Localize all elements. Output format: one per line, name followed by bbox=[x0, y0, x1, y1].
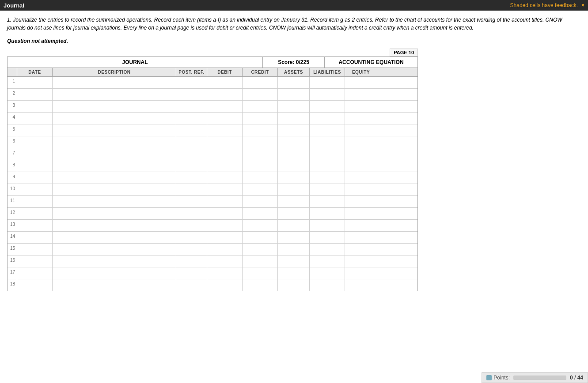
cell-date-2[interactable] bbox=[17, 89, 53, 100]
input-desc-8[interactable] bbox=[54, 161, 175, 171]
input-debit-17[interactable] bbox=[209, 268, 241, 278]
cell-debit-8[interactable] bbox=[207, 160, 243, 172]
cell-desc-3[interactable] bbox=[53, 101, 176, 112]
input-date-6[interactable] bbox=[19, 137, 51, 147]
input-debit-6[interactable] bbox=[209, 137, 241, 147]
input-postref-14[interactable] bbox=[178, 233, 205, 242]
input-postref-10[interactable] bbox=[178, 185, 205, 195]
cell-desc-17[interactable] bbox=[53, 267, 176, 279]
cell-desc-4[interactable] bbox=[53, 113, 176, 124]
input-debit-9[interactable] bbox=[209, 173, 241, 183]
input-credit-4[interactable] bbox=[244, 113, 276, 123]
cell-debit-3[interactable] bbox=[207, 101, 243, 112]
input-debit-8[interactable] bbox=[209, 161, 241, 171]
cell-debit-4[interactable] bbox=[207, 113, 243, 124]
cell-date-12[interactable] bbox=[17, 208, 53, 219]
cell-postref-6[interactable] bbox=[176, 136, 207, 148]
input-desc-6[interactable] bbox=[54, 137, 175, 147]
input-postref-18[interactable] bbox=[178, 280, 205, 290]
cell-date-13[interactable] bbox=[17, 220, 53, 231]
cell-postref-1[interactable] bbox=[176, 77, 207, 88]
input-desc-17[interactable] bbox=[54, 268, 175, 278]
input-credit-7[interactable] bbox=[244, 149, 276, 159]
input-credit-13[interactable] bbox=[244, 221, 276, 230]
input-date-7[interactable] bbox=[19, 149, 51, 159]
cell-date-7[interactable] bbox=[17, 148, 53, 160]
input-credit-12[interactable] bbox=[244, 209, 276, 218]
cell-credit-2[interactable] bbox=[243, 89, 278, 100]
input-postref-11[interactable] bbox=[178, 197, 205, 207]
cell-debit-1[interactable] bbox=[207, 77, 243, 88]
input-credit-5[interactable] bbox=[244, 125, 276, 135]
input-credit-9[interactable] bbox=[244, 173, 276, 183]
cell-debit-15[interactable] bbox=[207, 244, 243, 255]
cell-date-4[interactable] bbox=[17, 113, 53, 124]
input-date-5[interactable] bbox=[19, 125, 51, 135]
cell-date-17[interactable] bbox=[17, 267, 53, 279]
input-debit-14[interactable] bbox=[209, 233, 241, 242]
cell-credit-9[interactable] bbox=[243, 172, 278, 184]
input-desc-16[interactable] bbox=[54, 256, 175, 266]
input-credit-11[interactable] bbox=[244, 197, 276, 207]
cell-date-11[interactable] bbox=[17, 196, 53, 207]
input-credit-14[interactable] bbox=[244, 233, 276, 242]
input-desc-7[interactable] bbox=[54, 149, 175, 159]
input-credit-6[interactable] bbox=[244, 137, 276, 147]
cell-date-8[interactable] bbox=[17, 160, 53, 172]
input-date-12[interactable] bbox=[19, 209, 51, 218]
cell-credit-17[interactable] bbox=[243, 267, 278, 279]
input-date-15[interactable] bbox=[19, 244, 51, 254]
cell-debit-16[interactable] bbox=[207, 255, 243, 267]
cell-desc-12[interactable] bbox=[53, 208, 176, 219]
close-button[interactable]: × bbox=[581, 2, 584, 8]
input-desc-12[interactable] bbox=[54, 209, 175, 218]
input-date-3[interactable] bbox=[19, 101, 51, 111]
input-debit-15[interactable] bbox=[209, 244, 241, 254]
input-date-17[interactable] bbox=[19, 268, 51, 278]
input-postref-8[interactable] bbox=[178, 161, 205, 171]
cell-postref-2[interactable] bbox=[176, 89, 207, 100]
cell-postref-3[interactable] bbox=[176, 101, 207, 112]
cell-date-15[interactable] bbox=[17, 244, 53, 255]
input-date-4[interactable] bbox=[19, 113, 51, 123]
cell-credit-14[interactable] bbox=[243, 232, 278, 243]
input-credit-3[interactable] bbox=[244, 101, 276, 111]
input-desc-1[interactable] bbox=[54, 78, 175, 87]
input-desc-11[interactable] bbox=[54, 197, 175, 207]
input-debit-11[interactable] bbox=[209, 197, 241, 207]
input-desc-2[interactable] bbox=[54, 90, 175, 99]
feedback-link[interactable]: Shaded cells have feedback. bbox=[510, 2, 578, 8]
input-debit-3[interactable] bbox=[209, 101, 241, 111]
cell-date-14[interactable] bbox=[17, 232, 53, 243]
cell-date-6[interactable] bbox=[17, 136, 53, 148]
input-postref-12[interactable] bbox=[178, 209, 205, 218]
cell-credit-10[interactable] bbox=[243, 184, 278, 195]
input-credit-15[interactable] bbox=[244, 244, 276, 254]
input-date-16[interactable] bbox=[19, 256, 51, 266]
cell-desc-9[interactable] bbox=[53, 172, 176, 184]
cell-credit-13[interactable] bbox=[243, 220, 278, 231]
cell-credit-7[interactable] bbox=[243, 148, 278, 160]
cell-date-5[interactable] bbox=[17, 124, 53, 136]
input-desc-13[interactable] bbox=[54, 221, 175, 230]
cell-debit-9[interactable] bbox=[207, 172, 243, 184]
cell-postref-8[interactable] bbox=[176, 160, 207, 172]
input-desc-14[interactable] bbox=[54, 233, 175, 242]
input-credit-10[interactable] bbox=[244, 185, 276, 195]
input-date-13[interactable] bbox=[19, 221, 51, 230]
input-postref-2[interactable] bbox=[178, 90, 205, 99]
input-date-10[interactable] bbox=[19, 185, 51, 195]
cell-date-18[interactable] bbox=[17, 279, 53, 291]
cell-debit-12[interactable] bbox=[207, 208, 243, 219]
cell-date-3[interactable] bbox=[17, 101, 53, 112]
input-date-2[interactable] bbox=[19, 90, 51, 99]
input-desc-4[interactable] bbox=[54, 113, 175, 123]
cell-debit-2[interactable] bbox=[207, 89, 243, 100]
cell-desc-15[interactable] bbox=[53, 244, 176, 255]
input-postref-1[interactable] bbox=[178, 78, 205, 87]
input-desc-15[interactable] bbox=[54, 244, 175, 254]
cell-credit-8[interactable] bbox=[243, 160, 278, 172]
input-credit-17[interactable] bbox=[244, 268, 276, 278]
input-debit-7[interactable] bbox=[209, 149, 241, 159]
cell-desc-5[interactable] bbox=[53, 124, 176, 136]
